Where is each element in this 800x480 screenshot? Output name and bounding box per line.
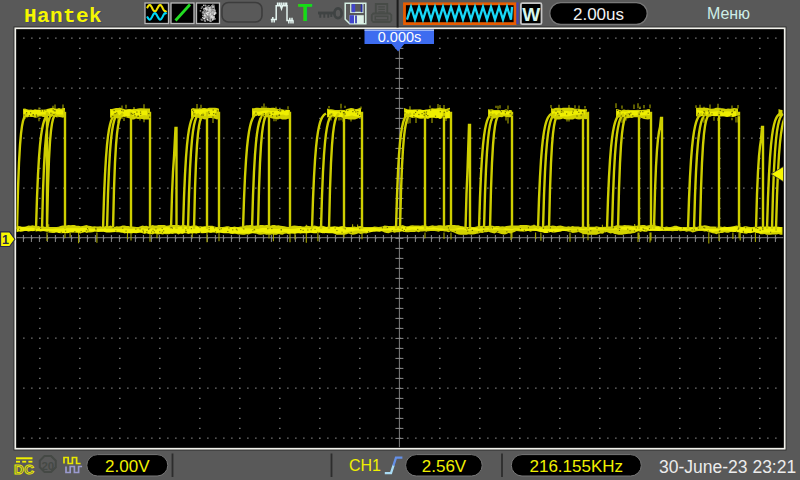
svg-text:CH1: CH1 bbox=[349, 457, 381, 474]
svg-text:30-June-23 23:21: 30-June-23 23:21 bbox=[659, 457, 796, 477]
svg-text:T: T bbox=[298, 0, 313, 26]
svg-text:0.000s: 0.000s bbox=[378, 29, 422, 45]
svg-text:Меню: Меню bbox=[707, 5, 750, 22]
svg-text:W: W bbox=[522, 4, 540, 25]
svg-text:2.00V: 2.00V bbox=[105, 457, 150, 476]
svg-text:DC: DC bbox=[14, 462, 35, 477]
svg-text:2.56V: 2.56V bbox=[422, 457, 467, 476]
svg-text:1: 1 bbox=[2, 233, 9, 247]
svg-text:20: 20 bbox=[41, 460, 54, 472]
svg-text:2.00us: 2.00us bbox=[573, 5, 624, 24]
svg-text:216.155KHz: 216.155KHz bbox=[530, 457, 624, 476]
